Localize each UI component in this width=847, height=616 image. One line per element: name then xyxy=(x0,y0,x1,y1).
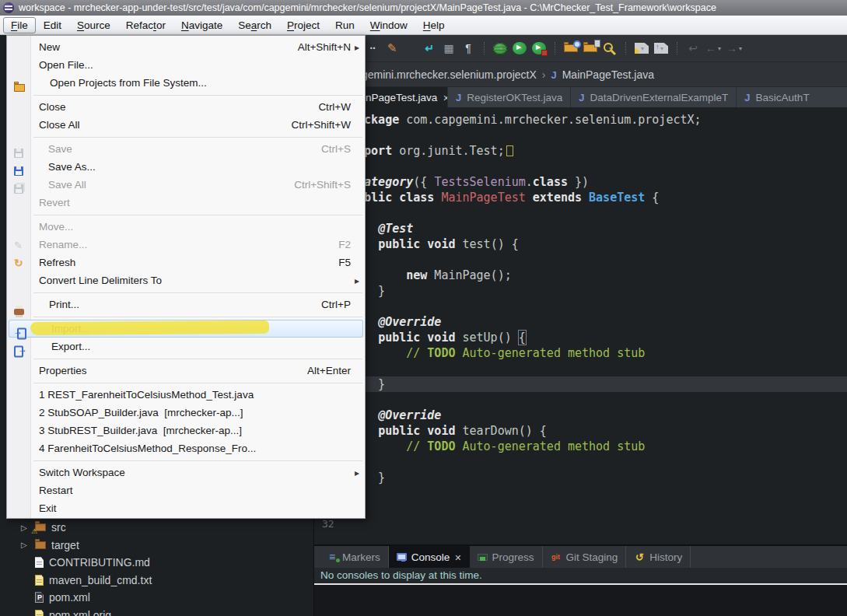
toolbar-button[interactable]: ▾ xyxy=(603,42,617,55)
tree-expand-icon[interactable]: ▷ xyxy=(21,541,30,549)
tab-close-icon[interactable] xyxy=(454,551,461,563)
menu-item[interactable]: Export... xyxy=(9,338,363,355)
console-tab[interactable]: Progress xyxy=(470,546,543,568)
code-token: void xyxy=(427,424,455,438)
tree-item[interactable]: pom.xml xyxy=(0,589,313,607)
menu-item[interactable]: 3 StubREST_Builder.java [mrchecker-ap...… xyxy=(9,422,363,439)
toolbar-button[interactable]: ▾ xyxy=(654,43,668,54)
menu-item[interactable]: Save Ctrl+S xyxy=(9,140,363,158)
dropdown-arrow-icon[interactable]: ▾ xyxy=(538,45,541,52)
menubar-item[interactable]: Source xyxy=(69,17,118,33)
toolbar-button[interactable]: ▦ xyxy=(442,41,456,55)
menu-item-label: 4 FarenheitToCelsiusMethod_Response_Fro.… xyxy=(39,443,256,454)
menu-item[interactable]: Import... xyxy=(9,320,363,338)
menu-item[interactable]: 2 StubSOAP_Builder.java [mrchecker-ap...… xyxy=(9,404,363,422)
menu-item[interactable]: Properties Alt+Enter xyxy=(9,362,363,380)
menu-item[interactable]: Revert xyxy=(9,194,363,212)
menu-item[interactable]: Open Projects from File System... xyxy=(9,74,363,92)
menubar-item[interactable]: File xyxy=(3,17,36,33)
menu-item[interactable]: New Alt+Shift+N xyxy=(9,38,363,56)
menu-item-label: 1 REST_FarenheitToCelsiusMethod_Test.jav… xyxy=(39,389,254,401)
toolbar-button[interactable]: ·· xyxy=(366,41,380,55)
editor-tab[interactable]: RegisterOKTest.java xyxy=(448,87,571,107)
menu-item[interactable]: Close Ctrl+W xyxy=(9,98,363,116)
toolbar-button[interactable] xyxy=(564,44,578,52)
console-tab-label: Console xyxy=(411,551,450,563)
menu-item[interactable]: Refresh F5 xyxy=(9,254,363,271)
dropdown-arrow-icon[interactable]: ▾ xyxy=(641,45,644,52)
dropdown-arrow-icon[interactable]: ▾ xyxy=(660,45,663,52)
code-token xyxy=(526,191,533,205)
code-line xyxy=(314,361,847,376)
menu-item[interactable]: 4 FarenheitToCelsiusMethod_Response_Fro.… xyxy=(9,439,363,457)
code-line: } xyxy=(314,376,847,392)
dropdown-arrow-icon[interactable]: ▾ xyxy=(609,45,612,52)
menu-item[interactable]: Save All Ctrl+Shift+S xyxy=(9,176,363,194)
editor-tab[interactable]: BasicAuthT xyxy=(737,87,847,107)
toolbar-button[interactable]: ↩ xyxy=(686,41,700,55)
breadcrumb[interactable]: com.capgemini.mrchecker.selenium.project… xyxy=(314,62,847,87)
menubar-item[interactable]: Navigate xyxy=(173,17,230,33)
menu-item-label: Save All xyxy=(48,179,86,191)
menubar-item[interactable]: Search xyxy=(230,17,279,33)
console-tab[interactable]: Markers xyxy=(319,546,389,568)
menubar-item[interactable]: Refactor xyxy=(118,17,173,33)
menu-item[interactable]: Restart xyxy=(9,481,363,499)
console-tab[interactable]: Git Staging xyxy=(543,546,627,568)
menu-item[interactable]: Convert Line Delimiters To xyxy=(9,271,363,289)
menubar-item[interactable]: Run xyxy=(327,17,362,33)
tree-expand-icon[interactable]: ▷ xyxy=(21,523,30,532)
toolbar-button[interactable] xyxy=(385,41,399,55)
dropdown-arrow-icon[interactable]: ▾ xyxy=(499,45,502,52)
editor-tab[interactable]: DataDrivenExternalExampleT xyxy=(571,87,737,107)
menu-item-label: Open File... xyxy=(39,59,93,71)
menubar-item[interactable]: Edit xyxy=(36,17,69,33)
toolbar-button[interactable]: ↵ xyxy=(422,41,436,55)
console-tab[interactable]: History xyxy=(626,546,691,568)
code-token: tearDown xyxy=(463,424,519,438)
toolbar-button[interactable]: ▾ xyxy=(513,42,527,54)
menu-item[interactable]: Exit xyxy=(9,499,363,517)
tree-item[interactable]: ▷ target xyxy=(0,537,313,555)
toolbar-button[interactable]: ←▾ xyxy=(705,41,721,55)
menu-item[interactable]: Switch Workspace xyxy=(9,464,363,481)
toolbar-button[interactable]: ▾ xyxy=(493,43,507,54)
java-file-icon xyxy=(456,92,461,103)
separator xyxy=(7,289,365,296)
separator xyxy=(7,134,365,140)
title-bar: workspace - mrchecker-app-under-test/src… xyxy=(0,0,847,16)
tree-item[interactable]: CONTRIBUTING.md xyxy=(0,554,313,572)
dropdown-arrow-icon[interactable]: ▾ xyxy=(519,45,522,52)
code-token: . xyxy=(526,175,533,189)
tab-close-icon[interactable] xyxy=(443,92,448,103)
tree-item[interactable]: pom.xml.orig xyxy=(0,607,313,616)
toolbar-button[interactable]: →▾ xyxy=(726,41,742,55)
menu-item[interactable]: 1 REST_FarenheitToCelsiusMethod_Test.jav… xyxy=(9,386,363,404)
menubar-item[interactable]: Help xyxy=(415,17,453,33)
code-token xyxy=(455,424,462,438)
menu-item[interactable]: Move... xyxy=(9,218,363,236)
toolbar-button[interactable] xyxy=(583,44,597,52)
menu-item[interactable]: Save As... xyxy=(9,158,363,176)
menu-item[interactable]: Open File... xyxy=(9,56,363,74)
code-token: ({ xyxy=(413,175,434,189)
tree-item[interactable]: ▷ src xyxy=(0,519,313,537)
menubar-item[interactable]: Project xyxy=(279,17,327,33)
menu-item[interactable]: Close All Ctrl+Shift+W xyxy=(9,116,363,134)
breadcrumb-file[interactable]: MainPageTest.java xyxy=(562,68,654,81)
dropdown-arrow-icon[interactable]: ▾ xyxy=(718,45,721,52)
toolbar-button[interactable]: ▾ xyxy=(635,43,649,54)
menu-item[interactable]: Print... Ctrl+P xyxy=(9,296,363,313)
dropdown-arrow-icon[interactable]: ▾ xyxy=(739,45,742,52)
code-token: public xyxy=(378,331,420,345)
markers-icon xyxy=(327,551,338,562)
menubar-item[interactable]: Window xyxy=(362,17,415,33)
code-token xyxy=(392,191,399,205)
code-editor[interactable]: package com.capgemini.mrchecker.selenium… xyxy=(314,107,847,544)
code-token xyxy=(582,191,589,205)
console-tab[interactable]: Console xyxy=(389,546,470,568)
tree-item[interactable]: maven_build_cmd.txt xyxy=(0,572,313,590)
toolbar-button[interactable]: ▾ xyxy=(532,42,546,54)
menu-item[interactable]: Rename... F2 xyxy=(9,236,363,254)
toolbar-button[interactable]: ¶ xyxy=(461,41,475,55)
